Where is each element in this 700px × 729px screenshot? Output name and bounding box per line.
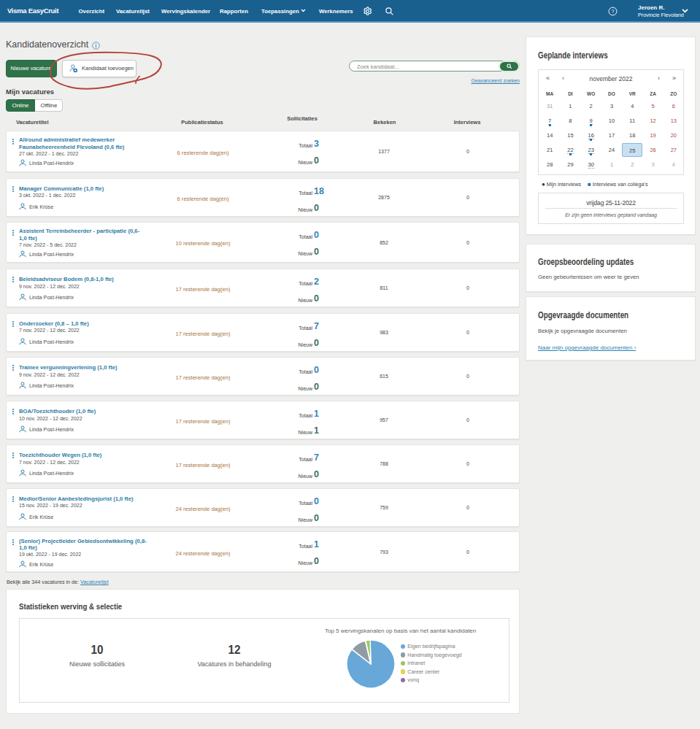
svg-text:?: ? <box>612 9 615 14</box>
